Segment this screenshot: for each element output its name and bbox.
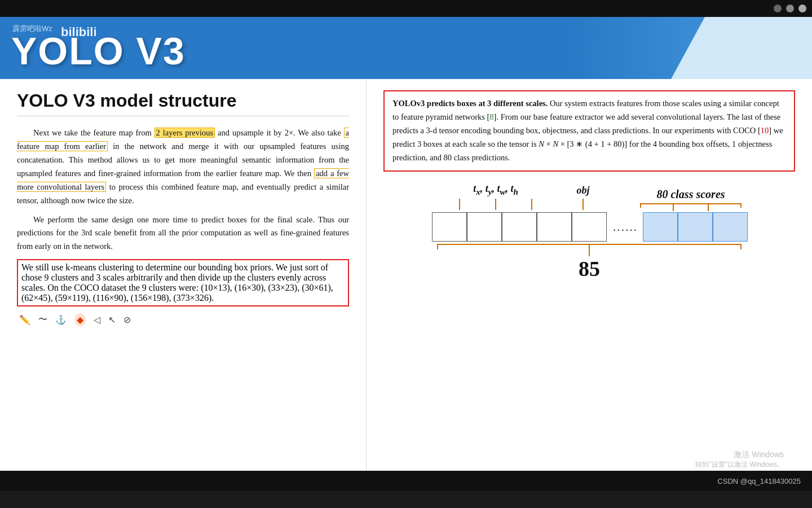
wave-icon[interactable]: 〜 — [38, 314, 47, 326]
bottom-bar-text: CSDN @qq_1418430025 — [717, 477, 801, 485]
windows-line2: 转到"设置"以激活 Windows。 — [695, 460, 784, 470]
arrows-t — [459, 199, 532, 210]
main-content: YOLO V3 model structure Next we take the… — [0, 79, 812, 471]
label-obj: obj — [566, 185, 601, 211]
left-panel: YOLO V3 model structure Next we take the… — [0, 79, 367, 471]
formula-t-label: tx, ty, tw, th — [473, 183, 518, 197]
right-panel: YOLOv3 predicts boxes at 3 different sca… — [367, 79, 812, 471]
number-85: 85 — [579, 256, 600, 281]
dots-separator: …… — [607, 220, 643, 234]
bottom-bar: CSDN @qq_1418430025 — [0, 471, 812, 491]
para1-text-a: Next we take the feature map from — [33, 128, 155, 137]
drawing-toolbar: ✏️ 〜 ⚓ ◆ ◁ ↖ ⊘ — [17, 313, 349, 326]
boxes-row: …… — [431, 212, 748, 242]
diagram-area: tx, ty, tw, th obj — [383, 183, 795, 282]
arrow-3 — [531, 199, 532, 210]
diamond-icon[interactable]: ◆ — [74, 313, 86, 326]
bottom-brace-l — [437, 244, 438, 249]
anchor-icon[interactable]: ⚓ — [55, 314, 67, 325]
arrow-class-1 — [673, 204, 674, 211]
window-controls[interactable] — [774, 5, 806, 12]
bottom-label-row: 85 — [437, 256, 742, 281]
minimize-btn[interactable] — [774, 5, 782, 12]
box-class-3 — [713, 212, 748, 242]
boxes-class — [643, 212, 748, 242]
label-class-scores: 80 class scores — [634, 188, 747, 211]
bold-sentence: YOLOv3 predicts boxes at 3 different sca… — [392, 99, 548, 108]
brace-left — [640, 203, 641, 208]
highlight-layers-previous: 2 layers previous — [155, 128, 215, 138]
diagram-labels-row: tx, ty, tw, th obj — [414, 183, 764, 212]
logo-text: 霹雳吧啦Wz — [12, 24, 52, 34]
arrow-2 — [495, 199, 496, 210]
circle-slash-icon[interactable]: ⊘ — [123, 314, 131, 325]
boxes-t — [432, 212, 572, 242]
class-scores-label: 80 class scores — [656, 188, 725, 201]
paragraph-1: Next we take the feature map from 2 laye… — [17, 126, 349, 208]
box-class-2 — [678, 212, 713, 242]
arrow-class-2 — [708, 204, 709, 211]
top-bar — [0, 0, 812, 17]
windows-line1: 激活 Windows — [695, 450, 784, 460]
arrows-class — [673, 204, 709, 211]
para1-and: and — [215, 128, 230, 137]
maximize-btn[interactable] — [786, 5, 794, 12]
ref-8: 8 — [489, 112, 493, 121]
formula-inline: N × N × [3 ∗ (4 + 1 + 80)] — [539, 139, 629, 148]
box-class-1 — [643, 212, 678, 242]
eraser-icon[interactable]: ◁ — [94, 314, 100, 325]
red-bordered-block: YOLOv3 predicts boxes at 3 different sca… — [383, 90, 795, 172]
header: 霹雳吧啦Wz YOLO V3 bilibili — [0, 17, 812, 79]
red-box-kmeans: We still use k-means clustering to deter… — [17, 259, 349, 306]
paragraph-2: We perform the same design one more time… — [17, 213, 349, 254]
ref-10: 10 — [761, 126, 769, 135]
bottom-brace-line — [437, 244, 742, 245]
para1-text-b: upsample it by 2×. We also take — [230, 128, 344, 137]
arrow-1 — [459, 199, 460, 210]
close-btn[interactable] — [798, 5, 806, 12]
label-txytwth: tx, ty, tw, th — [426, 183, 566, 212]
box-t3 — [502, 212, 537, 242]
red-box-text: We still use k-means clustering to deter… — [21, 262, 333, 303]
bottom-arrow — [589, 245, 590, 256]
pencil-icon[interactable]: ✏️ — [19, 314, 30, 325]
cursor-icon[interactable]: ↖ — [108, 314, 116, 325]
top-brace — [640, 203, 742, 204]
header-diagonal — [671, 17, 812, 79]
box-t2 — [467, 212, 502, 242]
obj-label: obj — [576, 185, 589, 196]
bottom-brace-row: 85 — [429, 244, 750, 281]
t-boxes-group — [431, 212, 572, 242]
section-title: YOLO V3 model structure — [17, 90, 349, 116]
header-title: YOLO V3 — [11, 29, 186, 73]
text-block-left: Next we take the feature map from 2 laye… — [17, 126, 349, 253]
box-t1 — [432, 212, 467, 242]
bottom-brace-r — [740, 244, 742, 249]
brace-right — [740, 203, 742, 208]
windows-watermark: 激活 Windows 转到"设置"以激活 Windows。 — [695, 450, 784, 470]
box-t4 — [537, 212, 572, 242]
arrow-obj — [582, 199, 584, 210]
box-obj — [572, 212, 607, 242]
bilibili-icon: bilibili — [61, 25, 97, 40]
